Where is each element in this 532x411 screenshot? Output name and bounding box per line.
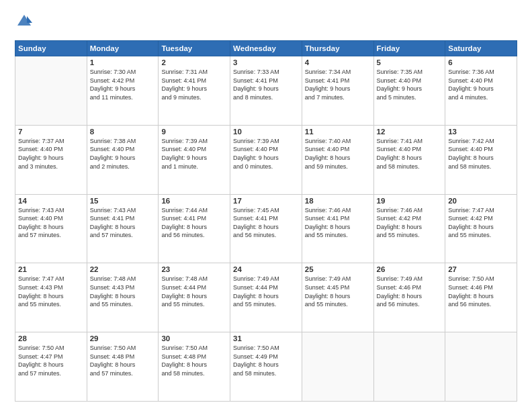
calendar-cell: 7Sunrise: 7:37 AM Sunset: 4:40 PM Daylig… [15, 125, 87, 194]
day-number: 13 [448, 128, 514, 136]
cell-info: Sunrise: 7:47 AM Sunset: 4:42 PM Dayligh… [448, 206, 514, 240]
cell-info: Sunrise: 7:50 AM Sunset: 4:46 PM Dayligh… [448, 275, 514, 308]
day-number: 5 [377, 58, 443, 66]
day-number: 9 [161, 128, 227, 136]
day-number: 10 [233, 128, 299, 136]
cell-info: Sunrise: 7:40 AM Sunset: 4:40 PM Dayligh… [305, 137, 371, 171]
cell-info: Sunrise: 7:45 AM Sunset: 4:41 PM Dayligh… [233, 206, 299, 240]
calendar-cell: 13Sunrise: 7:42 AM Sunset: 4:40 PM Dayli… [445, 125, 517, 194]
calendar-week-row: 1Sunrise: 7:30 AM Sunset: 4:42 PM Daylig… [15, 56, 517, 126]
day-number: 23 [161, 265, 227, 273]
calendar-week-row: 7Sunrise: 7:37 AM Sunset: 4:40 PM Daylig… [15, 125, 517, 194]
calendar-cell: 6Sunrise: 7:36 AM Sunset: 4:40 PM Daylig… [445, 56, 517, 126]
day-number: 17 [233, 197, 299, 205]
cell-info: Sunrise: 7:30 AM Sunset: 4:42 PM Dayligh… [90, 68, 156, 101]
day-number: 8 [90, 128, 156, 136]
calendar-cell: 25Sunrise: 7:49 AM Sunset: 4:45 PM Dayli… [302, 263, 373, 332]
day-number: 21 [18, 265, 84, 273]
cell-info: Sunrise: 7:39 AM Sunset: 4:40 PM Dayligh… [161, 137, 227, 171]
cell-info: Sunrise: 7:50 AM Sunset: 4:47 PM Dayligh… [18, 344, 84, 377]
calendar-cell: 20Sunrise: 7:47 AM Sunset: 4:42 PM Dayli… [445, 194, 517, 263]
cell-info: Sunrise: 7:43 AM Sunset: 4:40 PM Dayligh… [18, 206, 84, 240]
calendar-week-row: 21Sunrise: 7:47 AM Sunset: 4:43 PM Dayli… [15, 263, 517, 332]
calendar-cell: 21Sunrise: 7:47 AM Sunset: 4:43 PM Dayli… [15, 263, 87, 332]
calendar-cell [373, 332, 445, 402]
cell-info: Sunrise: 7:50 AM Sunset: 4:48 PM Dayligh… [161, 344, 227, 377]
cell-info: Sunrise: 7:41 AM Sunset: 4:40 PM Dayligh… [377, 137, 443, 171]
calendar-cell: 18Sunrise: 7:46 AM Sunset: 4:41 PM Dayli… [302, 194, 373, 263]
day-number: 24 [233, 265, 299, 273]
calendar-cell: 31Sunrise: 7:50 AM Sunset: 4:49 PM Dayli… [230, 332, 302, 402]
cell-info: Sunrise: 7:31 AM Sunset: 4:41 PM Dayligh… [161, 68, 227, 101]
calendar-cell: 24Sunrise: 7:49 AM Sunset: 4:44 PM Dayli… [230, 263, 302, 332]
calendar-week-row: 28Sunrise: 7:50 AM Sunset: 4:47 PM Dayli… [15, 332, 517, 402]
calendar-table: SundayMondayTuesdayWednesdayThursdayFrid… [15, 40, 517, 402]
day-number: 31 [233, 334, 299, 342]
cell-info: Sunrise: 7:37 AM Sunset: 4:40 PM Dayligh… [18, 137, 84, 171]
cell-info: Sunrise: 7:33 AM Sunset: 4:41 PM Dayligh… [233, 68, 299, 101]
calendar-cell: 19Sunrise: 7:46 AM Sunset: 4:42 PM Dayli… [373, 194, 445, 263]
cell-info: Sunrise: 7:47 AM Sunset: 4:43 PM Dayligh… [18, 275, 84, 308]
calendar-cell: 26Sunrise: 7:49 AM Sunset: 4:46 PM Dayli… [373, 263, 445, 332]
day-number: 20 [448, 197, 514, 205]
day-number: 19 [377, 197, 443, 205]
calendar-cell [445, 332, 517, 402]
calendar-cell: 29Sunrise: 7:50 AM Sunset: 4:48 PM Dayli… [87, 332, 159, 402]
calendar-cell: 12Sunrise: 7:41 AM Sunset: 4:40 PM Dayli… [373, 125, 445, 194]
cell-info: Sunrise: 7:43 AM Sunset: 4:41 PM Dayligh… [90, 206, 156, 240]
calendar-cell [15, 56, 87, 126]
calendar-cell: 17Sunrise: 7:45 AM Sunset: 4:41 PM Dayli… [230, 194, 302, 263]
day-number: 22 [90, 265, 156, 273]
header [15, 12, 517, 34]
weekday-header: Monday [87, 41, 159, 56]
cell-info: Sunrise: 7:42 AM Sunset: 4:40 PM Dayligh… [448, 137, 514, 171]
weekday-header: Wednesday [230, 41, 302, 56]
calendar-cell: 28Sunrise: 7:50 AM Sunset: 4:47 PM Dayli… [15, 332, 87, 402]
calendar-cell: 10Sunrise: 7:39 AM Sunset: 4:40 PM Dayli… [230, 125, 302, 194]
cell-info: Sunrise: 7:50 AM Sunset: 4:49 PM Dayligh… [233, 344, 299, 377]
day-number: 1 [90, 58, 156, 66]
weekday-header: Thursday [302, 41, 373, 56]
cell-info: Sunrise: 7:50 AM Sunset: 4:48 PM Dayligh… [90, 344, 156, 377]
cell-info: Sunrise: 7:39 AM Sunset: 4:40 PM Dayligh… [233, 137, 299, 171]
calendar-cell: 2Sunrise: 7:31 AM Sunset: 4:41 PM Daylig… [159, 56, 230, 126]
calendar-cell: 3Sunrise: 7:33 AM Sunset: 4:41 PM Daylig… [230, 56, 302, 126]
day-number: 28 [18, 334, 84, 342]
logo [15, 12, 36, 34]
cell-info: Sunrise: 7:34 AM Sunset: 4:41 PM Dayligh… [305, 68, 371, 101]
cell-info: Sunrise: 7:46 AM Sunset: 4:41 PM Dayligh… [305, 206, 371, 240]
day-number: 2 [161, 58, 227, 66]
calendar-header-row: SundayMondayTuesdayWednesdayThursdayFrid… [15, 41, 517, 56]
weekday-header: Saturday [445, 41, 517, 56]
calendar-week-row: 14Sunrise: 7:43 AM Sunset: 4:40 PM Dayli… [15, 194, 517, 263]
day-number: 11 [305, 128, 371, 136]
calendar-cell: 11Sunrise: 7:40 AM Sunset: 4:40 PM Dayli… [302, 125, 373, 194]
day-number: 29 [90, 334, 156, 342]
weekday-header: Friday [373, 41, 445, 56]
cell-info: Sunrise: 7:48 AM Sunset: 4:44 PM Dayligh… [161, 275, 227, 308]
cell-info: Sunrise: 7:36 AM Sunset: 4:40 PM Dayligh… [448, 68, 514, 101]
day-number: 4 [305, 58, 371, 66]
weekday-header: Sunday [15, 41, 87, 56]
calendar-cell: 15Sunrise: 7:43 AM Sunset: 4:41 PM Dayli… [87, 194, 159, 263]
cell-info: Sunrise: 7:44 AM Sunset: 4:41 PM Dayligh… [161, 206, 227, 240]
calendar-cell: 16Sunrise: 7:44 AM Sunset: 4:41 PM Dayli… [159, 194, 230, 263]
day-number: 14 [18, 197, 84, 205]
calendar-cell: 14Sunrise: 7:43 AM Sunset: 4:40 PM Dayli… [15, 194, 87, 263]
cell-info: Sunrise: 7:48 AM Sunset: 4:43 PM Dayligh… [90, 275, 156, 308]
page: SundayMondayTuesdayWednesdayThursdayFrid… [0, 0, 532, 411]
calendar-cell: 1Sunrise: 7:30 AM Sunset: 4:42 PM Daylig… [87, 56, 159, 126]
day-number: 6 [448, 58, 514, 66]
calendar-cell [302, 332, 373, 402]
calendar-cell: 22Sunrise: 7:48 AM Sunset: 4:43 PM Dayli… [87, 263, 159, 332]
weekday-header: Tuesday [159, 41, 230, 56]
calendar-cell: 27Sunrise: 7:50 AM Sunset: 4:46 PM Dayli… [445, 263, 517, 332]
cell-info: Sunrise: 7:38 AM Sunset: 4:40 PM Dayligh… [90, 137, 156, 171]
day-number: 16 [161, 197, 227, 205]
cell-info: Sunrise: 7:46 AM Sunset: 4:42 PM Dayligh… [377, 206, 443, 240]
day-number: 30 [161, 334, 227, 342]
calendar-cell: 30Sunrise: 7:50 AM Sunset: 4:48 PM Dayli… [159, 332, 230, 402]
calendar-cell: 23Sunrise: 7:48 AM Sunset: 4:44 PM Dayli… [159, 263, 230, 332]
calendar-cell: 5Sunrise: 7:35 AM Sunset: 4:40 PM Daylig… [373, 56, 445, 126]
day-number: 26 [377, 265, 443, 273]
